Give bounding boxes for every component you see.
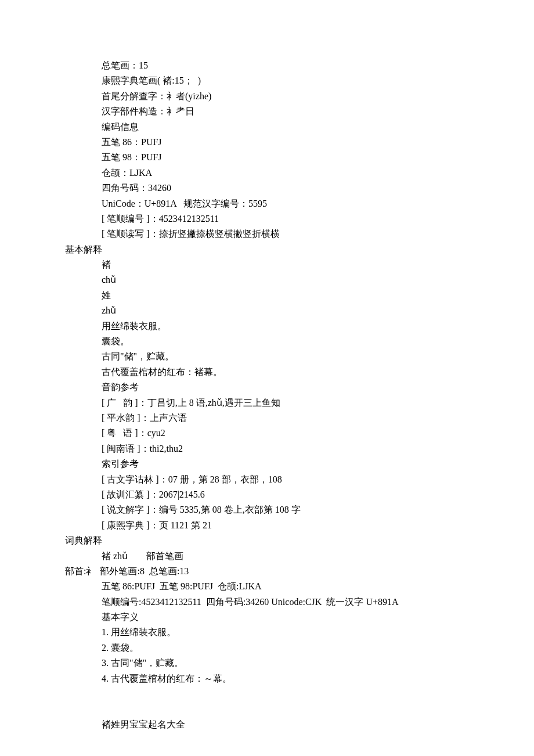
text-line: 笔顺编号:4523412132511 四角号码:34260 Unicode:CJ…: [0, 595, 534, 610]
text-line: 康熙字典笔画( 褚:15； ): [0, 73, 534, 88]
document-body: 总笔画：15康熙字典笔画( 褚:15； )首尾分解查字：衤者(yizhe)汉字部…: [0, 58, 534, 732]
text-line: UniCode：U+891A 规范汉字编号：5595: [0, 196, 534, 211]
text-line: [ 平水韵 ]：上声六语: [0, 411, 534, 426]
text-line: 四角号码：34260: [0, 181, 534, 196]
text-line: 3. 古同"储"，贮藏。: [0, 656, 534, 671]
text-line: 1. 用丝绵装衣服。: [0, 625, 534, 640]
text-line: [0, 686, 534, 701]
text-line: 五笔 98：PUFJ: [0, 150, 534, 165]
text-line: 首尾分解查字：衤者(yizhe): [0, 89, 534, 104]
text-line: [ 粤 语 ]：cyu2: [0, 426, 534, 441]
text-line: 五笔 86:PUFJ 五笔 98:PUFJ 仓颉:LJKA: [0, 579, 534, 594]
text-line: [ 广 韵 ]：丁吕切,上 8 语,zhǔ,遇开三上鱼知: [0, 395, 534, 411]
text-line: 古代覆盖棺材的红布：褚幕。: [0, 365, 534, 380]
text-line: [ 说文解字 ]：编号 5335,第 08 卷上,衣部第 108 字: [0, 502, 534, 517]
text-line: 索引参考: [0, 456, 534, 471]
text-line: [ 闽南语 ]：thi2,thu2: [0, 441, 534, 456]
text-line: 4. 古代覆盖棺材的红布：～幕。: [0, 671, 534, 686]
text-line: [ 古文字诂林 ]：07 册，第 28 部，衣部，108: [0, 472, 534, 487]
text-line: 仓颉：LJKA: [0, 165, 534, 181]
text-line: [ 笔顺读写 ]：捺折竖撇捺横竖横撇竖折横横: [0, 226, 534, 242]
text-line: zhǔ: [0, 303, 534, 318]
text-line: [ 故训汇纂 ]：2067|2145.6: [0, 487, 534, 502]
text-line: 总笔画：15: [0, 58, 534, 73]
text-line: 用丝绵装衣服。: [0, 319, 534, 334]
text-line: 褚: [0, 257, 534, 272]
text-line: [ 康熙字典 ]：页 1121 第 21: [0, 518, 534, 533]
text-line: 音韵参考: [0, 380, 534, 395]
text-line: 姓: [0, 288, 534, 303]
text-line: 褚姓男宝宝起名大全: [0, 717, 534, 732]
text-line: 2. 囊袋。: [0, 640, 534, 656]
text-line: 基本解释: [0, 242, 534, 257]
text-line: 褚 zhǔ 部首笔画: [0, 549, 534, 564]
text-line: 汉字部件构造：衤耂日: [0, 104, 534, 119]
text-line: [0, 701, 534, 717]
text-line: 部首:衤 部外笔画:8 总笔画:13: [0, 564, 534, 579]
text-line: 词典解释: [0, 533, 534, 548]
text-line: 编码信息: [0, 120, 534, 135]
text-line: 五笔 86：PUFJ: [0, 135, 534, 150]
text-line: 囊袋。: [0, 334, 534, 349]
text-line: [ 笔顺编号 ]：4523412132511: [0, 211, 534, 226]
text-line: chǔ: [0, 272, 534, 287]
text-line: 古同"储"，贮藏。: [0, 349, 534, 364]
text-line: 基本字义: [0, 610, 534, 625]
